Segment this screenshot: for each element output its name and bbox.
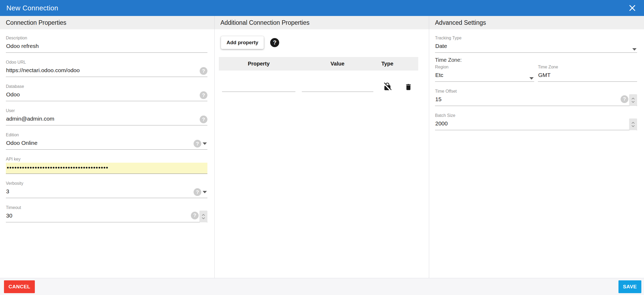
help-icon[interactable]: ? [200,116,207,123]
user-field: User ? [6,108,207,125]
user-input[interactable] [6,114,207,125]
number-stepper[interactable] [629,118,637,130]
table-row [219,82,418,92]
time-offset-input[interactable] [435,95,637,106]
delete-row-button[interactable] [398,83,418,92]
region-label: Region [435,65,534,69]
chevron-down-icon[interactable] [632,48,637,51]
trash-icon [404,83,412,92]
timeout-input[interactable] [6,211,207,222]
time-zone-group-label: Time Zone: [435,57,637,63]
help-icon[interactable]: ? [191,212,199,219]
description-input[interactable] [6,42,207,53]
edition-field: Edition ? [6,133,207,150]
edition-label: Edition [6,133,207,137]
tracking-type-field: Tracking Type [435,36,637,53]
batch-size-label: Batch Size [435,113,637,118]
user-label: User [6,108,207,113]
help-icon[interactable]: ? [621,95,628,103]
stepper-up-icon [202,214,205,216]
additional-properties-header: Additional Connection Properties [215,16,429,29]
number-stepper[interactable] [629,94,637,106]
close-icon [629,4,636,12]
column-header-type: Type [377,61,399,67]
timeout-field: Timeout ? [6,205,207,222]
panel-advanced-settings: Advanced Settings Tracking Type Time Zon… [429,16,644,278]
region-select[interactable] [435,71,534,82]
time-offset-field: Time Offset ? [435,89,637,106]
property-value-input[interactable] [302,84,373,92]
advanced-settings-header: Advanced Settings [429,16,644,29]
stepper-up-icon [631,97,635,100]
edition-select[interactable] [6,138,207,150]
stepper-down-icon [202,217,205,219]
dialog-title: New Connection [6,4,58,12]
time-offset-label: Time Offset [435,89,637,94]
chevron-down-icon[interactable] [203,191,207,193]
help-icon-dark[interactable]: ? [270,38,279,47]
dialog-titlebar: New Connection [0,0,644,16]
properties-table-header: Property Value Type [219,57,418,71]
connection-properties-header: Connection Properties [0,16,214,29]
stepper-down-icon [631,101,635,103]
column-header-value: Value [299,61,377,67]
tracking-type-label: Tracking Type [435,36,637,40]
region-field: Region [435,65,534,82]
tracking-type-select[interactable] [435,42,637,53]
number-stepper[interactable] [199,211,207,222]
description-label: Description [6,36,207,40]
help-icon[interactable]: ? [194,140,201,148]
verbosity-select[interactable] [6,187,207,198]
time-zone-input[interactable] [538,71,637,82]
help-icon[interactable]: ? [194,188,201,196]
api-key-label: API key [6,157,207,162]
add-property-button[interactable]: Add property [221,36,264,49]
time-zone-label: Time Zone [538,65,637,69]
database-field: Database ? [6,84,207,101]
database-label: Database [6,84,207,89]
verbosity-label: Verbosity [6,181,207,186]
verbosity-field: Verbosity ? [6,181,207,198]
column-header-property: Property [219,61,299,67]
close-button[interactable] [627,3,638,13]
help-icon[interactable]: ? [200,91,207,99]
description-field: Description [6,36,207,53]
chevron-down-icon[interactable] [203,142,207,145]
save-button[interactable]: SAVE [618,280,641,293]
timeout-label: Timeout [6,205,207,210]
property-name-input[interactable] [222,84,295,92]
stepper-up-icon [631,122,635,124]
property-type-toggle[interactable] [377,82,399,92]
chevron-down-icon[interactable] [529,77,534,80]
api-key-input[interactable] [6,163,207,174]
panel-connection-properties: Connection Properties Description Odoo U… [0,16,215,278]
batch-size-input[interactable] [435,119,637,130]
batch-size-field: Batch Size [435,113,637,130]
stepper-down-icon [631,125,635,127]
cancel-button[interactable]: CANCEL [4,280,35,293]
properties-table: Property Value Type [219,57,418,92]
api-key-field: API key [6,157,207,174]
database-input[interactable] [6,90,207,101]
odoo-url-input[interactable] [6,66,207,77]
time-zone-field: Time Zone [538,65,637,82]
odoo-url-label: Odoo URL [6,60,207,65]
no-encryption-icon [383,82,392,92]
odoo-url-field: Odoo URL ? [6,60,207,77]
panel-additional-properties: Additional Connection Properties Add pro… [215,16,429,278]
dialog-body: Connection Properties Description Odoo U… [0,16,644,278]
dialog-footer: CANCEL SAVE [0,278,644,295]
help-icon[interactable]: ? [200,67,207,75]
